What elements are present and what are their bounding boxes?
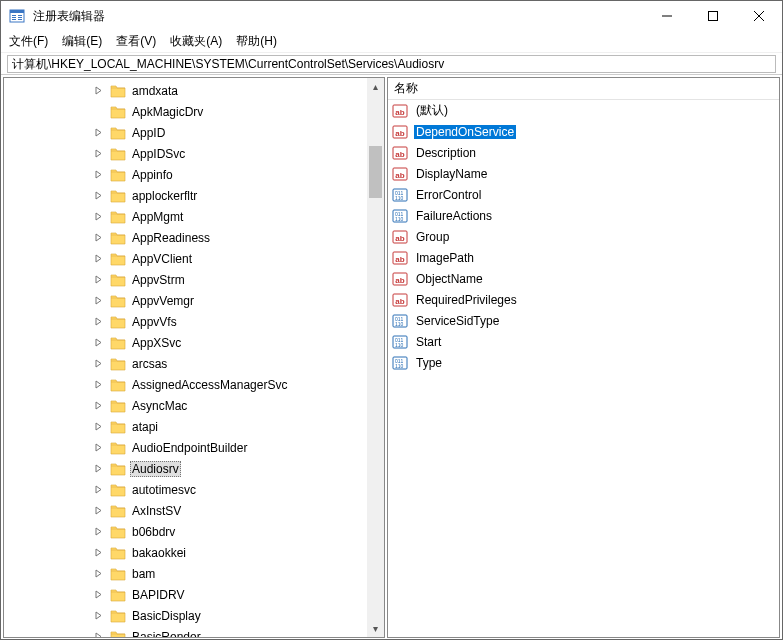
- expand-icon[interactable]: [94, 149, 106, 158]
- expand-icon[interactable]: [94, 254, 106, 263]
- value-row[interactable]: ErrorControl: [388, 184, 779, 205]
- expand-icon[interactable]: [94, 128, 106, 137]
- tree-item-label: BAPIDRV: [130, 588, 186, 602]
- tree-item-label: amdxata: [130, 84, 180, 98]
- expand-icon[interactable]: [94, 527, 106, 536]
- tree-item-label: atapi: [130, 420, 160, 434]
- menu-edit[interactable]: 编辑(E): [62, 33, 102, 50]
- value-row[interactable]: DependOnService: [388, 121, 779, 142]
- tree-item[interactable]: atapi: [4, 416, 384, 437]
- column-name[interactable]: 名称: [394, 80, 418, 97]
- tree-item[interactable]: ApkMagicDrv: [4, 101, 384, 122]
- tree-item[interactable]: AppvVemgr: [4, 290, 384, 311]
- tree-item[interactable]: AssignedAccessManagerSvc: [4, 374, 384, 395]
- tree-item[interactable]: bam: [4, 563, 384, 584]
- expand-icon[interactable]: [94, 170, 106, 179]
- tree-item-label: ApkMagicDrv: [130, 105, 205, 119]
- expand-icon[interactable]: [94, 275, 106, 284]
- expand-icon[interactable]: [94, 380, 106, 389]
- scroll-down-icon[interactable]: ▾: [367, 620, 384, 637]
- menu-file[interactable]: 文件(F): [9, 33, 48, 50]
- value-row[interactable]: ImagePath: [388, 247, 779, 268]
- value-row[interactable]: FailureActions: [388, 205, 779, 226]
- value-row[interactable]: Type: [388, 352, 779, 373]
- string-value-icon: [392, 292, 408, 308]
- path-input[interactable]: [7, 55, 776, 73]
- tree-item[interactable]: AppMgmt: [4, 206, 384, 227]
- expand-icon[interactable]: [94, 191, 106, 200]
- values-pane[interactable]: 名称 (默认)DependOnServiceDescriptionDisplay…: [387, 77, 780, 638]
- tree-item[interactable]: Appinfo: [4, 164, 384, 185]
- expand-icon[interactable]: [94, 233, 106, 242]
- tree-item[interactable]: arcsas: [4, 353, 384, 374]
- menu-view[interactable]: 查看(V): [116, 33, 156, 50]
- value-row[interactable]: Group: [388, 226, 779, 247]
- value-row[interactable]: ObjectName: [388, 268, 779, 289]
- tree-item[interactable]: AppvVfs: [4, 311, 384, 332]
- expand-icon[interactable]: [94, 401, 106, 410]
- tree-item-label: BasicDisplay: [130, 609, 203, 623]
- tree-item[interactable]: Audiosrv: [4, 458, 384, 479]
- expand-icon[interactable]: [94, 86, 106, 95]
- maximize-button[interactable]: [690, 1, 736, 31]
- menu-help[interactable]: 帮助(H): [236, 33, 277, 50]
- value-row[interactable]: DisplayName: [388, 163, 779, 184]
- close-button[interactable]: [736, 1, 782, 31]
- expand-icon[interactable]: [94, 485, 106, 494]
- value-row[interactable]: ServiceSidType: [388, 310, 779, 331]
- minimize-button[interactable]: [644, 1, 690, 31]
- tree-pane[interactable]: amdxataApkMagicDrvAppIDAppIDSvcAppinfoap…: [3, 77, 385, 638]
- expand-icon[interactable]: [94, 338, 106, 347]
- value-row[interactable]: RequiredPrivileges: [388, 289, 779, 310]
- tree-item[interactable]: BasicRender: [4, 626, 384, 638]
- tree-item[interactable]: b06bdrv: [4, 521, 384, 542]
- tree-item-label: AudioEndpointBuilder: [130, 441, 249, 455]
- tree-item[interactable]: AppID: [4, 122, 384, 143]
- value-name: Type: [414, 356, 444, 370]
- scroll-up-icon[interactable]: ▴: [367, 78, 384, 95]
- tree-item[interactable]: bakaokkei: [4, 542, 384, 563]
- value-name: ObjectName: [414, 272, 485, 286]
- tree-item[interactable]: AppXSvc: [4, 332, 384, 353]
- menu-favorites[interactable]: 收藏夹(A): [170, 33, 222, 50]
- expand-icon[interactable]: [94, 296, 106, 305]
- expand-icon[interactable]: [94, 422, 106, 431]
- tree-item[interactable]: AxInstSV: [4, 500, 384, 521]
- expand-icon[interactable]: [94, 632, 106, 638]
- expand-icon[interactable]: [94, 611, 106, 620]
- tree-item[interactable]: autotimesvc: [4, 479, 384, 500]
- tree-item[interactable]: BasicDisplay: [4, 605, 384, 626]
- string-value-icon: [392, 250, 408, 266]
- expand-icon[interactable]: [94, 317, 106, 326]
- list-header[interactable]: 名称: [388, 78, 779, 100]
- expand-icon[interactable]: [94, 359, 106, 368]
- value-row[interactable]: (默认): [388, 100, 779, 121]
- tree-item[interactable]: AsyncMac: [4, 395, 384, 416]
- tree-item[interactable]: applockerfltr: [4, 185, 384, 206]
- expand-icon[interactable]: [94, 590, 106, 599]
- tree-item[interactable]: AudioEndpointBuilder: [4, 437, 384, 458]
- tree-item[interactable]: AppvStrm: [4, 269, 384, 290]
- tree-scrollbar[interactable]: ▴ ▾: [367, 78, 384, 637]
- expand-icon[interactable]: [94, 464, 106, 473]
- window-controls: [644, 1, 782, 31]
- folder-icon: [110, 609, 126, 623]
- tree-item[interactable]: BAPIDRV: [4, 584, 384, 605]
- expand-icon[interactable]: [94, 548, 106, 557]
- tree-item[interactable]: amdxata: [4, 80, 384, 101]
- value-row[interactable]: Start: [388, 331, 779, 352]
- expand-icon[interactable]: [94, 212, 106, 221]
- expand-icon[interactable]: [94, 506, 106, 515]
- expand-icon[interactable]: [94, 443, 106, 452]
- string-value-icon: [392, 124, 408, 140]
- tree-item-label: AppVClient: [130, 252, 194, 266]
- tree-item[interactable]: AppReadiness: [4, 227, 384, 248]
- tree-item[interactable]: AppIDSvc: [4, 143, 384, 164]
- value-name: ServiceSidType: [414, 314, 501, 328]
- value-row[interactable]: Description: [388, 142, 779, 163]
- folder-icon: [110, 294, 126, 308]
- expand-icon[interactable]: [94, 569, 106, 578]
- binary-value-icon: [392, 208, 408, 224]
- tree-item[interactable]: AppVClient: [4, 248, 384, 269]
- scroll-thumb[interactable]: [369, 146, 382, 198]
